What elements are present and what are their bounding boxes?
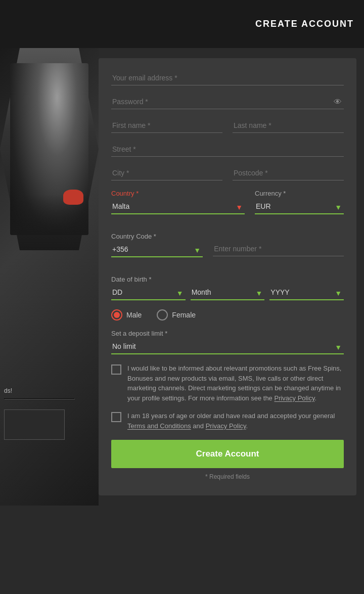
deposit-limit-wrap: Set a deposit limit * No limit 100 200 5…	[111, 330, 344, 354]
left-divider	[4, 398, 75, 399]
phone-number-input[interactable]	[213, 242, 344, 256]
gender-female-label: Female	[172, 311, 196, 319]
country-label: Country *	[111, 190, 245, 197]
dob-year-wrap: YYYY 20001999 1990 ▼	[269, 285, 344, 300]
password-input[interactable]	[111, 95, 344, 109]
city-input[interactable]	[111, 166, 222, 180]
name-row	[111, 118, 344, 133]
main-content: ds! 👁	[0, 48, 364, 506]
currency-field-wrap: Currency * EUR GBP USD ▼	[255, 190, 344, 214]
country-currency-row: Country * Malta United Kingdom Germany ▼…	[111, 190, 344, 223]
postcode-field-wrap	[233, 166, 344, 180]
postcode-input[interactable]	[233, 166, 344, 180]
gender-male-option[interactable]: Male	[111, 309, 142, 321]
country-select[interactable]: Malta United Kingdom Germany	[111, 199, 245, 214]
gender-row: Male Female	[111, 309, 344, 321]
password-field-wrap: 👁	[111, 95, 344, 109]
deposit-limit-select[interactable]: No limit 100 200 500	[111, 339, 344, 354]
phone-code-select[interactable]: +356 +44 +49	[111, 242, 203, 257]
city-postcode-row	[111, 166, 344, 180]
country-field-wrap: Country * Malta United Kingdom Germany ▼	[111, 190, 245, 214]
gender-male-label: Male	[126, 311, 142, 319]
phone-number-field-wrap	[213, 233, 344, 257]
marketing-checkbox-item: I would like to be informed about releva…	[111, 363, 344, 403]
currency-label: Currency *	[255, 190, 344, 197]
phone-code-select-wrap: +356 +44 +49 ▼	[111, 242, 203, 257]
privacy-policy-link-2[interactable]: Privacy Policy	[206, 422, 246, 430]
firstname-input[interactable]	[111, 118, 222, 133]
gender-female-option[interactable]: Female	[157, 309, 196, 321]
gender-male-radio[interactable]	[111, 309, 122, 321]
dob-label: Date of birth *	[111, 276, 344, 283]
terms-link[interactable]: Terms and Conditions	[127, 422, 191, 430]
dob-month-wrap: Month JanuaryFebruary March ▼	[191, 285, 265, 300]
header-bar: CREATE ACCOUNT	[0, 0, 364, 48]
dob-month-select-wrap: Month JanuaryFebruary March ▼	[191, 285, 265, 300]
deposit-label: Set a deposit limit *	[111, 330, 344, 337]
firstname-field-wrap	[111, 118, 222, 133]
marketing-checkbox-text: I would like to be informed about releva…	[127, 363, 344, 403]
phone-code-field-wrap: Country Code * +356 +44 +49 ▼	[111, 233, 203, 257]
city-field-wrap	[111, 166, 222, 180]
dob-dd-wrap: DD 12 34 ▼	[111, 285, 186, 300]
marketing-checkbox[interactable]	[111, 364, 121, 375]
dob-row: DD 12 34 ▼ Month JanuaryFebruary March	[111, 285, 344, 300]
phone-row: Country Code * +356 +44 +49 ▼	[111, 233, 344, 266]
checkbox-section: I would like to be informed about releva…	[111, 363, 344, 431]
deposit-select-wrap: No limit 100 200 500 ▼	[111, 339, 344, 354]
lastname-input[interactable]	[233, 118, 344, 133]
promo-box	[4, 409, 65, 440]
create-account-button[interactable]: Create Account	[111, 440, 344, 468]
gender-female-radio[interactable]	[157, 309, 168, 321]
terms-checkbox-text: I am 18 years of age or older and have r…	[127, 411, 344, 431]
privacy-policy-link-1[interactable]: Privacy Policy	[274, 394, 314, 402]
email-field-wrap	[111, 71, 344, 85]
street-field-wrap	[111, 142, 344, 157]
toggle-password-icon[interactable]: 👁	[334, 98, 342, 107]
lastname-field-wrap	[233, 118, 344, 133]
registration-form: 👁 Country *	[99, 58, 356, 495]
dob-dd-select[interactable]: DD 12 34	[111, 285, 186, 300]
dob-dd-select-wrap: DD 12 34 ▼	[111, 285, 186, 300]
left-image-panel: ds!	[0, 48, 99, 506]
country-select-wrap: Malta United Kingdom Germany ▼	[111, 199, 245, 214]
currency-select[interactable]: EUR GBP USD	[255, 199, 344, 214]
currency-select-wrap: EUR GBP USD ▼	[255, 199, 344, 214]
page-title: CREATE ACCOUNT	[255, 19, 354, 29]
required-fields-note: * Required fields	[111, 473, 344, 480]
promo-text: ds!	[4, 387, 12, 394]
dob-month-select[interactable]: Month JanuaryFebruary March	[191, 285, 265, 300]
phone-code-label: Country Code *	[111, 233, 203, 240]
terms-checkbox[interactable]	[111, 412, 121, 422]
dob-field-wrap: Date of birth * DD 12 34 ▼	[111, 276, 344, 300]
gender-male-radio-dot	[114, 312, 120, 318]
street-input[interactable]	[111, 142, 344, 157]
dob-year-select[interactable]: YYYY 20001999 1990	[269, 285, 344, 300]
dob-year-select-wrap: YYYY 20001999 1990 ▼	[269, 285, 344, 300]
email-input[interactable]	[111, 71, 344, 85]
terms-checkbox-item: I am 18 years of age or older and have r…	[111, 411, 344, 431]
